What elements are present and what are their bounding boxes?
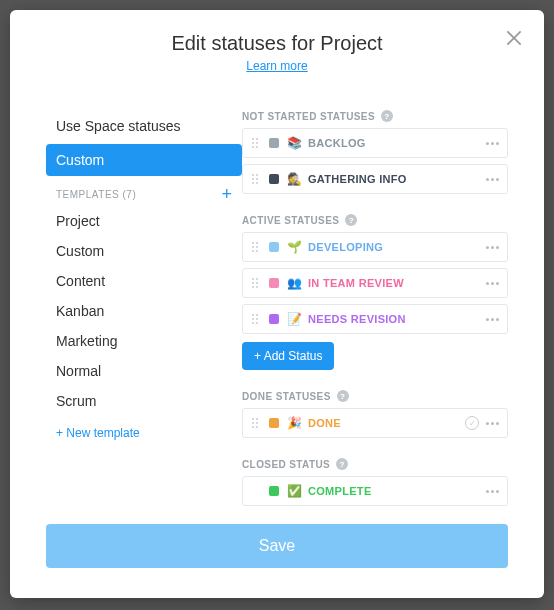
drag-handle-icon[interactable] [247, 314, 263, 324]
status-row[interactable]: 👥IN TEAM REVIEW [242, 268, 508, 298]
drag-handle-icon[interactable] [247, 138, 263, 148]
more-options-button[interactable] [483, 282, 501, 285]
more-options-button[interactable] [483, 142, 501, 145]
not-started-rows: 📚BACKLOG🕵️GATHERING INFO [242, 128, 508, 194]
templates-header: TEMPLATES (7) + [46, 180, 242, 206]
help-icon[interactable]: ? [336, 458, 348, 470]
group-title: DONE STATUSES [242, 391, 331, 402]
status-color-icon [269, 278, 279, 288]
template-item[interactable]: Scrum [46, 386, 242, 416]
template-item[interactable]: Kanban [46, 296, 242, 326]
status-row[interactable]: 📚BACKLOG [242, 128, 508, 158]
active-rows: 🌱DEVELOPING👥IN TEAM REVIEW📝NEEDS REVISIO… [242, 232, 508, 334]
help-icon[interactable]: ? [381, 110, 393, 122]
edit-statuses-modal: Edit statuses for Project Learn more Use… [10, 10, 544, 598]
done-rows: 🎉DONE✓ [242, 408, 508, 438]
more-options-button[interactable] [483, 490, 501, 493]
more-options-button[interactable] [483, 318, 501, 321]
add-template-button[interactable]: + [221, 188, 232, 200]
group-title: ACTIVE STATUSES [242, 215, 339, 226]
status-color-icon [269, 138, 279, 148]
group-title: CLOSED STATUS [242, 459, 330, 470]
group-title: NOT STARTED STATUSES [242, 111, 375, 122]
new-template-link[interactable]: + New template [46, 416, 242, 440]
close-icon [504, 28, 524, 48]
status-label: COMPLETE [308, 485, 483, 497]
group-header-closed: CLOSED STATUS ? [242, 458, 508, 470]
templates-label: TEMPLATES (7) [56, 189, 136, 200]
learn-more-link[interactable]: Learn more [246, 59, 307, 73]
status-color-icon [269, 242, 279, 252]
status-label: DEVELOPING [308, 241, 483, 253]
status-emoji-icon: 📝 [287, 312, 302, 326]
status-emoji-icon: ✅ [287, 484, 302, 498]
add-status-button[interactable]: + Add Status [242, 342, 334, 370]
drag-handle-icon[interactable] [247, 242, 263, 252]
help-icon[interactable]: ? [337, 390, 349, 402]
group-header-active: ACTIVE STATUSES ? [242, 214, 508, 226]
modal-body: Use Space statuses Custom TEMPLATES (7) … [10, 82, 544, 524]
status-row[interactable]: ✅COMPLETE [242, 476, 508, 506]
status-color-icon [269, 314, 279, 324]
drag-handle-icon[interactable] [247, 418, 263, 428]
status-row[interactable]: 📝NEEDS REVISION [242, 304, 508, 334]
status-emoji-icon: 👥 [287, 276, 302, 290]
template-item[interactable]: Marketing [46, 326, 242, 356]
sidebar: Use Space statuses Custom TEMPLATES (7) … [10, 92, 242, 524]
modal-header: Edit statuses for Project Learn more [10, 10, 544, 82]
template-item[interactable]: Custom [46, 236, 242, 266]
status-color-icon [269, 486, 279, 496]
status-label: NEEDS REVISION [308, 313, 483, 325]
group-header-not-started: NOT STARTED STATUSES ? [242, 110, 508, 122]
sidebar-custom[interactable]: Custom [46, 144, 242, 176]
status-emoji-icon: 🎉 [287, 416, 302, 430]
status-label: GATHERING INFO [308, 173, 483, 185]
closed-rows: ✅COMPLETE [242, 476, 508, 506]
modal-title: Edit statuses for Project [30, 32, 524, 55]
status-label: IN TEAM REVIEW [308, 277, 483, 289]
group-active: ACTIVE STATUSES ? 🌱DEVELOPING👥IN TEAM RE… [242, 214, 508, 370]
status-row[interactable]: 🎉DONE✓ [242, 408, 508, 438]
status-label: BACKLOG [308, 137, 483, 149]
help-icon[interactable]: ? [345, 214, 357, 226]
more-options-button[interactable] [483, 178, 501, 181]
more-options-button[interactable] [483, 246, 501, 249]
status-color-icon [269, 174, 279, 184]
status-emoji-icon: 🕵️ [287, 172, 302, 186]
status-row[interactable]: 🕵️GATHERING INFO [242, 164, 508, 194]
status-groups: NOT STARTED STATUSES ? 📚BACKLOG🕵️GATHERI… [242, 92, 544, 524]
more-options-button[interactable] [483, 422, 501, 425]
status-row[interactable]: 🌱DEVELOPING [242, 232, 508, 262]
group-closed: CLOSED STATUS ? ✅COMPLETE [242, 458, 508, 506]
template-item[interactable]: Content [46, 266, 242, 296]
close-button[interactable] [502, 28, 526, 52]
templates-list: ProjectCustomContentKanbanMarketingNorma… [46, 206, 242, 416]
modal-footer: Save [10, 524, 544, 598]
drag-handle-icon[interactable] [247, 278, 263, 288]
group-header-done: DONE STATUSES ? [242, 390, 508, 402]
sidebar-use-space[interactable]: Use Space statuses [46, 110, 242, 142]
template-item[interactable]: Normal [46, 356, 242, 386]
status-emoji-icon: 🌱 [287, 240, 302, 254]
drag-handle-icon[interactable] [247, 174, 263, 184]
check-circle-icon[interactable]: ✓ [465, 416, 479, 430]
status-label: DONE [308, 417, 465, 429]
save-button[interactable]: Save [46, 524, 508, 568]
status-color-icon [269, 418, 279, 428]
group-done: DONE STATUSES ? 🎉DONE✓ [242, 390, 508, 438]
status-emoji-icon: 📚 [287, 136, 302, 150]
group-not-started: NOT STARTED STATUSES ? 📚BACKLOG🕵️GATHERI… [242, 110, 508, 194]
template-item[interactable]: Project [46, 206, 242, 236]
